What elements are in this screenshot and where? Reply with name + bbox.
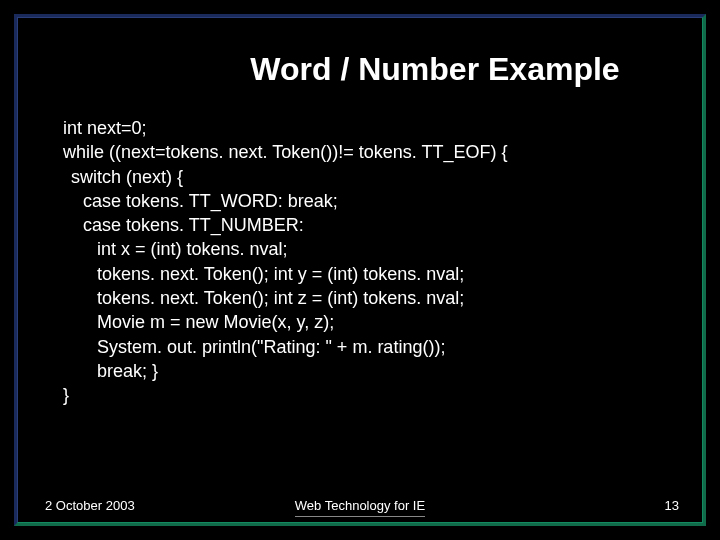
code-line: case tokens. TT_WORD: break; <box>63 189 683 213</box>
code-line: int next=0; <box>63 116 683 140</box>
code-line: case tokens. TT_NUMBER: <box>63 213 683 237</box>
code-line: break; } <box>63 359 683 383</box>
code-line: System. out. println("Rating: " + m. rat… <box>63 335 683 359</box>
code-line: int x = (int) tokens. nval; <box>63 237 683 261</box>
code-line: tokens. next. Token(); int y = (int) tok… <box>63 262 683 286</box>
code-line: while ((next=tokens. next. Token())!= to… <box>63 140 683 164</box>
slide-title: Word / Number Example <box>17 51 703 88</box>
code-line: tokens. next. Token(); int z = (int) tok… <box>63 286 683 310</box>
footer-title: Web Technology for IE <box>17 498 703 513</box>
code-line: } <box>63 383 683 407</box>
footer-page: 13 <box>665 498 679 513</box>
code-block: int next=0; while ((next=tokens. next. T… <box>17 116 703 408</box>
slide: Word / Number Example int next=0; while … <box>14 14 706 526</box>
code-line: Movie m = new Movie(x, y, z); <box>63 310 683 334</box>
code-line: switch (next) { <box>63 165 683 189</box>
